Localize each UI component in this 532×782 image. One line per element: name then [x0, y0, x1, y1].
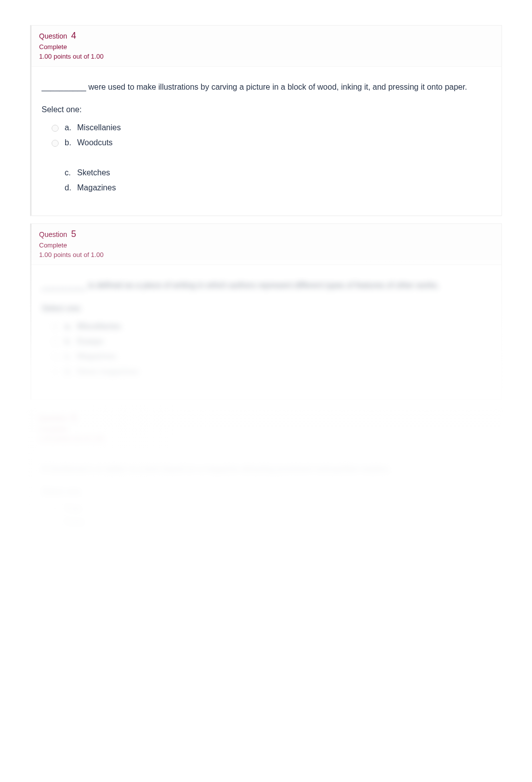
option-letter: c.	[65, 168, 77, 177]
question-number: 4	[71, 31, 76, 41]
select-one-label: Select one:	[42, 487, 491, 496]
option-letter: c.	[65, 352, 77, 361]
radio-icon	[52, 339, 59, 346]
option-a: a. Miscellanies	[42, 319, 491, 334]
question-body: __________ were used to make illustratio…	[32, 67, 501, 215]
quiz-container: Question 4 Complete 1.00 points out of 1…	[0, 0, 532, 582]
radio-icon	[52, 324, 59, 331]
option-true: True	[42, 502, 491, 515]
option-text: Sketches	[77, 168, 491, 177]
question-status: Complete	[39, 425, 494, 433]
option-b[interactable]: b. Woodcuts	[42, 135, 491, 150]
option-letter: d.	[65, 367, 77, 376]
option-false: False	[42, 515, 491, 529]
question-label: Question	[39, 32, 67, 40]
option-text: Essays	[77, 337, 491, 346]
option-letter: b.	[65, 138, 77, 147]
select-one-label: Select one:	[42, 304, 491, 313]
question-header: Question 5 Complete 1.00 points out of 1…	[32, 224, 501, 265]
question-number-line: Question 4	[39, 31, 494, 41]
question-points: 1.00 points out of 1.00	[39, 251, 494, 258]
question-text: __________ were used to make illustratio…	[42, 82, 491, 93]
question-label: Question	[39, 414, 67, 422]
question-header: Question 4 Complete 1.00 points out of 1…	[32, 26, 501, 67]
option-text: True	[65, 504, 491, 513]
option-b: b. Essays	[42, 334, 491, 349]
option-letter: a.	[65, 322, 77, 331]
option-text: Magazines	[77, 352, 491, 361]
option-text: News magazines	[77, 367, 491, 376]
option-text: Miscellanies	[77, 123, 491, 132]
question-block-6: Question 6 Complete 1.00 points out of 1…	[30, 407, 502, 549]
radio-icon	[52, 506, 59, 513]
question-header: Question 6 Complete 1.00 points out of 1…	[32, 408, 501, 449]
radio-icon	[52, 369, 59, 376]
question-number: 6	[71, 413, 76, 423]
question-text: __________ is defined as a piece of writ…	[42, 280, 491, 291]
option-text: Miscellanies	[77, 322, 491, 331]
question-number-line: Question 6	[39, 413, 494, 423]
option-letter: a.	[65, 123, 77, 132]
question-body: A Gentleman's or ladies' is a term based…	[32, 449, 501, 549]
option-d: d. News magazines	[42, 364, 491, 379]
question-text: A Gentleman's or ladies' is a term based…	[42, 464, 491, 475]
option-text: Magazines	[77, 183, 491, 192]
option-letter: d.	[65, 183, 77, 192]
question-points: 1.00 points out of 1.00	[39, 435, 494, 442]
radio-icon	[52, 519, 59, 526]
radio-icon	[52, 354, 59, 361]
option-c[interactable]: c. Sketches	[42, 165, 491, 180]
question-number-line: Question 5	[39, 229, 494, 239]
question-status: Complete	[39, 241, 494, 249]
question-status: Complete	[39, 43, 494, 51]
option-text: Woodcuts	[77, 138, 491, 147]
question-block-4: Question 4 Complete 1.00 points out of 1…	[30, 25, 502, 216]
question-body-blurred: __________ is defined as a piece of writ…	[32, 265, 501, 399]
option-a[interactable]: a. Miscellanies	[42, 120, 491, 135]
option-letter: b.	[65, 337, 77, 346]
question-points: 1.00 points out of 1.00	[39, 53, 494, 60]
question-number: 5	[71, 229, 76, 239]
radio-icon[interactable]	[52, 125, 59, 132]
radio-icon[interactable]	[52, 140, 59, 147]
question-label: Question	[39, 230, 67, 238]
option-d[interactable]: d. Magazines	[42, 180, 491, 195]
option-text: False	[65, 517, 491, 527]
question-block-5: Question 5 Complete 1.00 points out of 1…	[30, 223, 502, 399]
select-one-label: Select one:	[42, 105, 491, 114]
option-c: c. Magazines	[42, 349, 491, 364]
